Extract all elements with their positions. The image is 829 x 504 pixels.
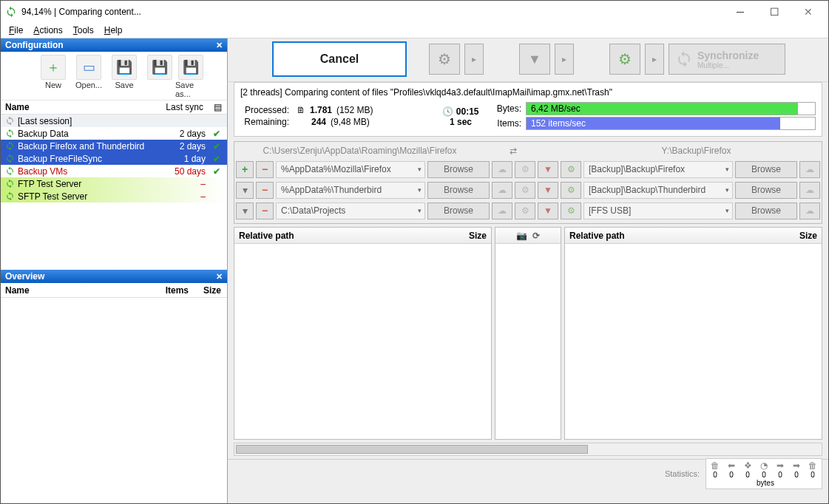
- right-path-input[interactable]: [Backup]\Backup\Firefox▾: [583, 161, 733, 178]
- open-button[interactable]: ▭ Open...: [73, 55, 104, 98]
- pair-compare-icon[interactable]: ⚙: [515, 202, 535, 219]
- col-relpath-right[interactable]: Relative path: [565, 229, 777, 242]
- menu-help[interactable]: Help: [99, 24, 128, 37]
- stat-cell: ➡0: [773, 460, 788, 487]
- config-lastsync: 2 days: [169, 141, 209, 151]
- col-relpath-left[interactable]: Relative path: [234, 229, 447, 242]
- pair-dropdown[interactable]: ▾: [236, 182, 254, 199]
- configuration-close-icon[interactable]: ✕: [216, 41, 223, 50]
- saveas-batch-button[interactable]: 💾 Save as...: [175, 55, 206, 98]
- camera-icon[interactable]: 📷: [516, 231, 527, 241]
- right-panel: Cancel ⚙ ▸ ▼ ▸ ⚙ ▸ SynchronizeMultiple..…: [227, 38, 828, 503]
- right-path-input[interactable]: [Backup]\Backup\Thunderbird▾: [583, 182, 733, 199]
- pair-sync-icon[interactable]: ⚙: [561, 182, 581, 199]
- menu-actions[interactable]: Actions: [28, 24, 67, 37]
- config-row[interactable]: Backup Firefox and Thunderbird2 days✔: [1, 140, 227, 152]
- filter-button[interactable]: ▼: [519, 44, 550, 75]
- ov-col-items[interactable]: Items: [152, 284, 193, 297]
- stat-cell: ◔0 bytes: [757, 460, 771, 487]
- config-row[interactable]: Backup Data2 days✔: [1, 127, 227, 140]
- ov-col-name[interactable]: Name: [1, 284, 152, 297]
- cloud-right-icon[interactable]: ☁: [799, 182, 820, 199]
- close-button[interactable]: ✕: [791, 1, 825, 23]
- saveas-sync-button[interactable]: 💾: [144, 55, 175, 98]
- config-list-header: Name Last sync ▤: [1, 100, 227, 115]
- overview-header: Overview ✕: [1, 270, 227, 283]
- horizontal-scrollbar[interactable]: [234, 443, 822, 456]
- remove-pair-button[interactable]: −: [256, 182, 274, 199]
- config-icon: [3, 116, 16, 126]
- col-name[interactable]: Name: [1, 101, 150, 114]
- cloud-right-icon[interactable]: ☁: [799, 161, 820, 178]
- pair-compare-icon[interactable]: ⚙: [515, 161, 535, 178]
- config-row[interactable]: SFTP Test Server–: [1, 190, 227, 202]
- config-icon: [3, 191, 16, 201]
- chevron-right-icon: ▸: [562, 54, 566, 64]
- remove-pair-button[interactable]: −: [256, 202, 274, 219]
- browse-left-button[interactable]: Browse: [427, 161, 490, 178]
- sync-settings-button[interactable]: ⚙: [609, 44, 640, 75]
- maximize-button[interactable]: ☐: [757, 1, 791, 23]
- menu-file[interactable]: File: [4, 24, 28, 37]
- minimize-button[interactable]: ─: [723, 1, 757, 23]
- overview-columns: Name Items Size: [1, 283, 227, 298]
- new-button[interactable]: ＋ New: [38, 55, 69, 98]
- config-toolbar: ＋ New ▭ Open... 💾 Save 💾 💾 Save as...: [1, 52, 227, 100]
- chevron-right-icon: ▸: [472, 54, 476, 64]
- pair-filter-icon[interactable]: ▼: [538, 202, 558, 219]
- config-name: [Last session]: [16, 116, 169, 126]
- pair-dropdown[interactable]: ▾: [236, 202, 254, 219]
- menu-tools[interactable]: Tools: [68, 24, 99, 37]
- col-size-left[interactable]: Size: [447, 229, 491, 242]
- left-path-input[interactable]: C:\Data\Projects▾: [276, 202, 425, 219]
- filter-dropdown[interactable]: ▸: [555, 44, 574, 75]
- browse-right-button[interactable]: Browse: [735, 202, 797, 219]
- synchronize-button[interactable]: SynchronizeMultiple...: [669, 44, 785, 75]
- col-view-icon[interactable]: ▤: [208, 101, 227, 114]
- remove-pair-button[interactable]: −: [256, 161, 274, 178]
- cloud-left-icon[interactable]: ☁: [492, 161, 512, 178]
- compare-settings-button[interactable]: ⚙: [429, 44, 460, 75]
- stat-cell: ❖0: [740, 460, 755, 487]
- add-pair-button[interactable]: +: [236, 161, 254, 178]
- cancel-button[interactable]: Cancel: [272, 41, 407, 77]
- pair-compare-icon[interactable]: ⚙: [515, 182, 535, 199]
- sync-dropdown[interactable]: ▸: [645, 44, 664, 75]
- overview-close-icon[interactable]: ✕: [216, 272, 223, 282]
- stat-cell: 🗑0: [708, 460, 723, 487]
- cloud-right-icon[interactable]: ☁: [799, 202, 820, 219]
- cloud-left-icon[interactable]: ☁: [492, 182, 512, 199]
- config-lastsync: –: [169, 179, 209, 189]
- configuration-header: Configuration ✕: [1, 38, 227, 52]
- config-row[interactable]: Backup FreeFileSync1 day✔: [1, 152, 227, 165]
- cloud-left-icon[interactable]: ☁: [492, 202, 512, 219]
- browse-left-button[interactable]: Browse: [427, 202, 490, 219]
- col-lastsync[interactable]: Last sync: [150, 101, 208, 114]
- col-size-right[interactable]: Size: [777, 229, 822, 242]
- gear-green-icon: ⚙: [618, 50, 632, 68]
- processed-count: 1.781: [310, 105, 332, 115]
- config-lastsync: 2 days: [169, 129, 209, 139]
- app-icon: [5, 6, 17, 18]
- config-icon: [3, 141, 16, 151]
- config-row[interactable]: Backup VMs50 days✔: [1, 165, 227, 177]
- pair-sync-icon[interactable]: ⚙: [561, 161, 581, 178]
- browse-right-button[interactable]: Browse: [735, 182, 797, 199]
- pair-sync-icon[interactable]: ⚙: [561, 202, 581, 219]
- config-row[interactable]: [Last session]: [1, 115, 227, 127]
- swap-button[interactable]: ⇄: [484, 146, 543, 156]
- items-label: Items:: [489, 118, 521, 129]
- pair-filter-icon[interactable]: ▼: [538, 161, 558, 178]
- left-path-input[interactable]: %AppData%\Mozilla\Firefox▾: [276, 161, 425, 178]
- save-button[interactable]: 💾 Save: [109, 55, 140, 98]
- config-row[interactable]: FTP Test Server–: [1, 177, 227, 190]
- save-icon: 💾: [116, 59, 132, 75]
- browse-left-button[interactable]: Browse: [427, 182, 490, 199]
- ov-col-size[interactable]: Size: [193, 284, 227, 297]
- browse-right-button[interactable]: Browse: [735, 161, 797, 178]
- left-path-input[interactable]: %AppData%\Thunderbird▾: [276, 182, 425, 199]
- refresh-icon[interactable]: ⟳: [532, 231, 540, 241]
- right-path-input[interactable]: [FFS USB]▾: [583, 202, 733, 219]
- pair-filter-icon[interactable]: ▼: [538, 182, 558, 199]
- compare-dropdown[interactable]: ▸: [464, 44, 484, 75]
